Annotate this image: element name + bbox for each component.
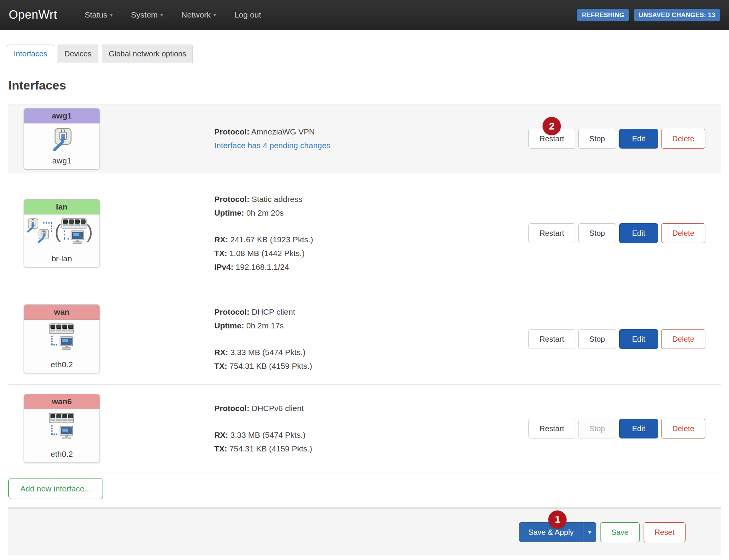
computer-icon [58, 426, 75, 440]
switch-icon [49, 412, 74, 424]
interface-box-lan: lan ( ) br-lan [24, 199, 100, 267]
delete-button[interactable]: Delete [661, 419, 705, 438]
bracket-open: ( [55, 222, 61, 241]
main-menu: Status ▾ System ▾ Network ▾ Log out [85, 10, 261, 19]
edit-button[interactable]: Edit [619, 329, 658, 349]
nav-item-network[interactable]: Network ▾ [181, 10, 216, 19]
restart-button[interactable]: Restart [528, 419, 575, 438]
rx-line: RX: 241.67 KB (1923 Pkts.) [214, 233, 507, 246]
protocol-line: Protocol: DHCPv6 client [214, 402, 507, 415]
reset-button[interactable]: Reset [644, 522, 686, 542]
ipv4-line: IPv4: 192.168.1.1/24 [214, 260, 507, 274]
delete-button[interactable]: Delete [661, 129, 705, 149]
rx-line: RX: 3.33 MB (5474 Pkts.) [214, 428, 507, 442]
uptime-line: Uptime: 0h 2m 20s [214, 206, 507, 220]
protocol-line: Protocol: AmneziaWG VPN [214, 125, 507, 139]
nav-item-system[interactable]: System ▾ [131, 10, 163, 19]
interface-row-wan: wan eth0.2 Protocol: DHCP client Uptime:… [8, 293, 721, 384]
tab-global-network-options[interactable]: Global network options [102, 45, 193, 63]
interface-box-awg1: awg1 awg1 [24, 108, 100, 170]
switch-icon [61, 218, 87, 229]
nav-item-status[interactable]: Status ▾ [85, 10, 113, 19]
chevron-down-icon: ▾ [110, 12, 113, 18]
save-apply-count-badge: 1 [548, 510, 567, 529]
device-label: eth0.2 [26, 360, 98, 369]
nav-item-logout[interactable]: Log out [234, 10, 261, 19]
tab-interfaces[interactable]: Interfaces [7, 45, 54, 63]
protocol-line: Protocol: DHCP client [214, 305, 507, 319]
switch-to-pc-icon [35, 412, 88, 448]
interface-box-wan6: wan6 eth0.2 [24, 394, 100, 463]
interface-row-awg1: awg1 awg1 Protocol: AmneziaWG VPN Interf… [8, 104, 721, 173]
device-label: br-lan [26, 254, 98, 263]
interface-row-lan: lan ( ) br-lan [8, 173, 721, 293]
bracket-close: ) [87, 222, 93, 241]
edit-button[interactable]: Edit [619, 129, 658, 149]
footer-action-bar: 1 Save & Apply ▾ Save Reset [8, 507, 721, 555]
edit-button[interactable]: Edit [619, 223, 658, 243]
tab-devices[interactable]: Devices [58, 45, 98, 63]
stop-button[interactable]: Stop [578, 129, 616, 149]
bridge-icon: ( ) [26, 218, 98, 253]
delete-button[interactable]: Delete [661, 329, 705, 349]
device-label: awg1 [26, 156, 98, 165]
restart-button[interactable]: Restart [528, 329, 575, 349]
pending-changes-link[interactable]: Interface has 4 pending changes [214, 141, 331, 150]
tx-line: TX: 754.31 KB (4159 Pkts.) [214, 442, 507, 456]
tunnel-icon [50, 126, 73, 155]
top-navbar: OpenWrt Status ▾ System ▾ Network ▾ Log … [0, 0, 729, 30]
rx-line: RX: 3.33 MB (5474 Pkts.) [214, 346, 507, 359]
device-label: eth0.2 [26, 450, 98, 459]
tx-line: TX: 754.31 KB (4159 Pkts.) [214, 359, 507, 373]
interfaces-table: awg1 awg1 Protocol: AmneziaWG VPN Interf… [8, 104, 721, 472]
chevron-down-icon: ▾ [588, 529, 591, 535]
stop-button[interactable]: Stop [578, 329, 616, 349]
computer-icon [58, 336, 75, 350]
interface-name-header: wan6 [24, 394, 100, 409]
page-title: Interfaces [8, 78, 721, 93]
interface-name-header: wan [24, 305, 100, 320]
ethernet-port-icon [37, 228, 50, 243]
delete-button[interactable]: Delete [661, 223, 705, 243]
tx-line: TX: 1.08 MB (1442 Pkts.) [214, 246, 507, 260]
switch-to-pc-icon [35, 323, 88, 358]
chevron-down-icon: ▾ [214, 12, 216, 18]
interface-row-wan6: wan6 eth0.2 Protocol: DHCPv6 client RX: … [8, 384, 721, 472]
interface-box-wan: wan eth0.2 [24, 304, 100, 373]
unsaved-changes-badge[interactable]: UNSAVED CHANGES: 13 [634, 9, 720, 21]
switch-icon [49, 323, 74, 334]
save-apply-dropdown[interactable]: ▾ [583, 523, 596, 542]
stop-button[interactable]: Stop [578, 223, 616, 243]
chevron-down-icon: ▾ [161, 12, 163, 18]
interface-name-header: lan [24, 200, 100, 214]
restart-count-badge: 2 [543, 117, 561, 135]
refreshing-badge[interactable]: REFRESHING [577, 9, 629, 21]
edit-button[interactable]: Edit [619, 419, 658, 438]
protocol-line: Protocol: Static address [214, 192, 507, 206]
uptime-line: Uptime: 0h 2m 17s [214, 319, 507, 333]
openwrt-logo[interactable]: OpenWrt [9, 8, 57, 22]
save-button[interactable]: Save [600, 522, 640, 542]
restart-button[interactable]: Restart [528, 223, 575, 243]
interface-name-header: awg1 [24, 109, 100, 123]
computer-icon [69, 230, 86, 245]
stop-button[interactable]: Stop [578, 419, 616, 438]
section-tabs: Interfaces Devices Global network option… [0, 45, 729, 63]
add-interface-button[interactable]: Add new interface... [8, 478, 103, 499]
